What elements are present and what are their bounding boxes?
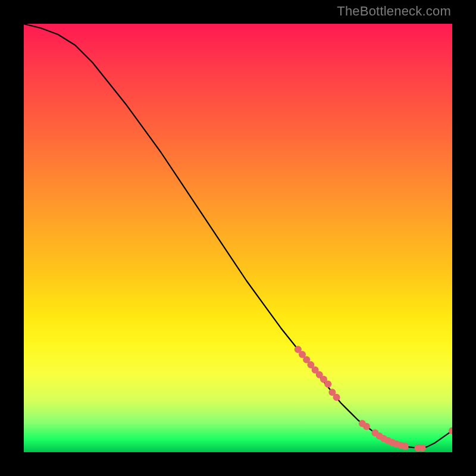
plot-svg [24,24,452,452]
marker-point [333,394,340,401]
marker-point [363,423,370,430]
bottleneck-curve [24,24,452,448]
highlight-points [295,346,452,452]
marker-point [402,443,409,450]
watermark-text: TheBottleneck.com [337,4,451,19]
marker-point [324,381,331,388]
plot-area [24,24,452,452]
chart-frame: TheBottleneck.com [0,0,476,476]
marker-point [419,444,426,452]
